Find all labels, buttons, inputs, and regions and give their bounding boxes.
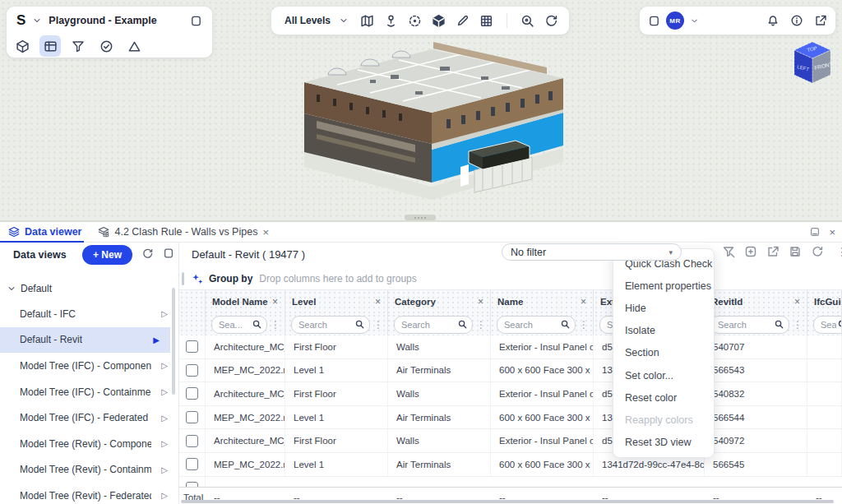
sidebar-item-mt-ifc-containment[interactable]: Model Tree (IFC) - Containment▷ (0, 379, 178, 405)
map-icon[interactable] (360, 14, 374, 28)
row-checkbox[interactable] (186, 411, 198, 423)
expand-icon[interactable]: ▷ (161, 414, 168, 423)
expand-icon[interactable]: ▷ (161, 309, 168, 318)
column-model-name[interactable]: Model Name× (206, 290, 285, 313)
bell-icon[interactable] (766, 14, 780, 27)
row-checkbox[interactable] (186, 387, 198, 400)
more-menu-icon[interactable]: ⋮ (836, 245, 842, 258)
expand-icon[interactable]: ▶ (153, 335, 160, 344)
expand-icon[interactable]: ▷ (161, 439, 168, 448)
first-person-icon[interactable] (384, 14, 398, 28)
view-cube[interactable]: TOP LEFT FRONT (786, 36, 839, 92)
column-menu-icon[interactable]: ⋮ (271, 319, 280, 331)
info-icon[interactable] (790, 14, 803, 27)
menu-item-hide[interactable]: Hide (613, 297, 714, 319)
column-menu-icon[interactable]: ⋮ (373, 319, 383, 331)
menu-item-section[interactable]: Section (613, 342, 714, 364)
remove-column-icon[interactable]: × (794, 297, 800, 307)
search-input[interactable] (394, 316, 473, 334)
tree-root-default[interactable]: Default (7, 280, 178, 298)
column-revitid[interactable]: RevitId× (705, 290, 807, 313)
menu-item-element-properties[interactable]: Element properties (613, 275, 714, 297)
remove-column-icon[interactable]: × (272, 297, 278, 307)
row-checkbox[interactable] (186, 482, 198, 487)
column-name[interactable]: Name× (491, 290, 594, 313)
table-row[interactable]: Architecture_MC_2022.rvtFirst FloorWalls… (179, 429, 842, 453)
search-input[interactable] (710, 316, 789, 334)
column-menu-icon[interactable]: ⋮ (793, 319, 803, 331)
expand-icon[interactable]: ▷ (161, 491, 168, 500)
model-cube-icon[interactable] (12, 35, 33, 57)
grid-icon[interactable] (479, 14, 493, 28)
frame-icon[interactable] (190, 15, 202, 27)
avatar[interactable]: MR (666, 12, 684, 30)
close-panel-icon[interactable]: × (829, 227, 835, 238)
search-input[interactable] (813, 316, 842, 334)
refresh-icon[interactable] (141, 247, 154, 260)
section-cube-icon[interactable] (432, 14, 446, 28)
search-input[interactable] (497, 316, 576, 334)
3d-viewport[interactable]: S Playground - Example All Levels (0, 0, 842, 222)
issues-triangle-icon[interactable] (123, 35, 145, 57)
table-row[interactable]: Architecture_MC_2022.rvtFirst FloorWalls… (179, 382, 842, 406)
remove-column-icon[interactable]: × (478, 297, 483, 307)
column-menu-icon[interactable]: ⋮ (579, 319, 589, 331)
checks-icon[interactable] (95, 35, 117, 57)
table-row[interactable]: MEP_MC_2022.rvtLevel 1Air Terminals600 x… (179, 359, 842, 383)
column-ifcguid[interactable]: IfcGuid (807, 290, 842, 313)
share-icon[interactable] (814, 14, 827, 27)
frame-icon[interactable] (648, 15, 660, 27)
row-checkbox[interactable] (186, 458, 198, 470)
column-category[interactable]: Category× (388, 290, 491, 313)
zoom-search-icon[interactable] (520, 14, 534, 28)
levels-selector[interactable]: All Levels (285, 15, 331, 26)
menu-item-isolate[interactable]: Isolate (613, 320, 714, 342)
sidebar-item-default-ifc[interactable]: Default - IFC▷ (0, 301, 178, 327)
table-row[interactable]: Architecture_MC_2022.rvtFirst FloorWalls… (179, 335, 842, 359)
expand-icon[interactable]: ▷ (161, 387, 168, 396)
row-checkbox[interactable] (186, 435, 198, 447)
row-checkbox[interactable] (186, 340, 198, 353)
close-tab-icon[interactable]: × (262, 227, 269, 238)
building-model[interactable] (292, 37, 563, 218)
filter-funnel-icon[interactable] (67, 35, 89, 57)
filter-dropdown[interactable]: No filter ▾ (502, 243, 682, 261)
search-input[interactable] (211, 316, 267, 334)
annotate-icon[interactable] (744, 245, 757, 258)
chevron-down-icon[interactable] (32, 16, 42, 25)
expand-icon[interactable]: ▷ (161, 361, 168, 370)
maximize-panel-icon[interactable] (809, 226, 821, 238)
menu-item-reset-3d-view[interactable]: Reset 3D view (613, 432, 714, 454)
clear-filter-icon[interactable] (722, 245, 735, 258)
sidebar-scrollbar[interactable] (172, 288, 175, 395)
reset-view-icon[interactable] (544, 14, 558, 28)
expand-icon[interactable]: ▷ (161, 465, 168, 474)
table-row[interactable]: MEP_MC_2022.rvtLevel 1Air Terminals600 x… (179, 453, 842, 477)
sidebar-item-mt-ifc-federated[interactable]: Model Tree (IFC) - Federated Floor▷ (0, 405, 178, 431)
menu-item-set-color[interactable]: Set color... (613, 364, 714, 386)
app-logo[interactable]: S (16, 12, 25, 29)
sidebar-item-mt-revit-containment[interactable]: Model Tree (Revit) - Containment▷ (0, 457, 178, 483)
chevron-down-icon[interactable] (690, 16, 699, 25)
search-input[interactable] (291, 316, 370, 334)
row-checkbox[interactable] (186, 364, 198, 377)
column-level[interactable]: Level× (285, 290, 388, 313)
drag-handle[interactable] (182, 272, 184, 285)
frame-icon[interactable] (163, 247, 174, 259)
data-table-icon[interactable] (39, 35, 61, 57)
focus-target-icon[interactable] (408, 14, 422, 28)
menu-item-reset-color[interactable]: Reset color (613, 386, 714, 409)
panel-resize-handle[interactable] (405, 215, 436, 220)
remove-column-icon[interactable]: × (375, 297, 381, 307)
save-icon[interactable] (789, 245, 802, 258)
table-row-partial[interactable] (179, 477, 842, 487)
chevron-down-icon[interactable] (339, 16, 349, 25)
new-view-button[interactable]: + New (82, 245, 132, 265)
tab-clash-rule[interactable]: 4.2 Clash Rule - Walls vs Pipes × (90, 222, 277, 242)
sidebar-item-mt-revit-federated[interactable]: Model Tree (Revit) - Federated Flo...▷ (0, 483, 178, 504)
export-icon[interactable] (766, 245, 780, 258)
table-row[interactable]: MEP_MC_2022.rvtLevel 1Air Terminals600 x… (179, 406, 842, 430)
remove-column-icon[interactable]: × (581, 297, 586, 307)
measure-pencil-icon[interactable] (456, 14, 470, 28)
sidebar-item-default-revit[interactable]: Default - Revit▶ (0, 327, 170, 354)
